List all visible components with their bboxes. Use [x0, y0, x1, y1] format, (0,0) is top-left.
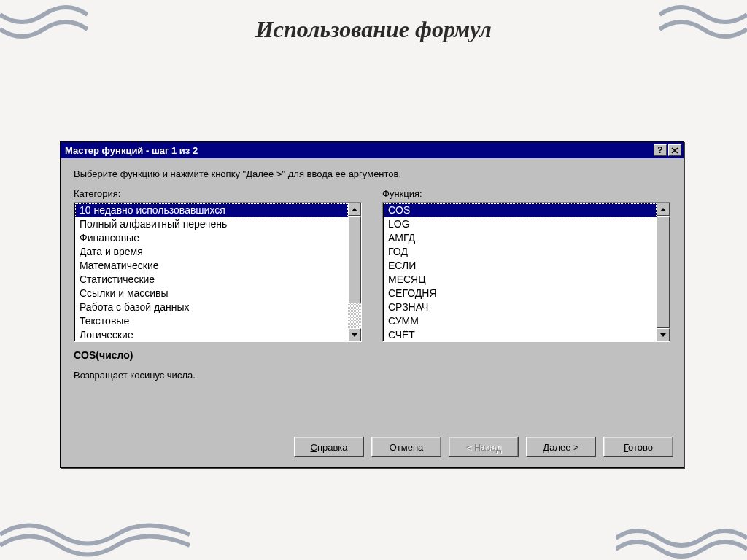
function-label: Функция: — [382, 188, 422, 199]
function-item[interactable]: СУММ — [384, 314, 657, 328]
function-item[interactable]: ГОД — [384, 245, 657, 259]
next-button[interactable]: Далее > — [526, 437, 596, 457]
scroll-down-button[interactable] — [348, 328, 361, 341]
finish-button[interactable]: Готово — [603, 437, 673, 457]
arrow-down-icon — [660, 333, 666, 337]
category-item[interactable]: Математические — [75, 259, 348, 273]
function-item[interactable]: ЕСЛИ — [384, 259, 657, 273]
scroll-thumb[interactable] — [348, 216, 361, 303]
function-item[interactable]: АМГД — [384, 231, 657, 245]
scroll-down-button[interactable] — [657, 328, 670, 341]
close-icon — [671, 147, 678, 154]
instruction-text: Выберите функцию и нажмите кнопку "Далее… — [74, 168, 670, 179]
help-titlebar-button[interactable]: ? — [654, 144, 667, 156]
function-item[interactable]: МЕСЯЦ — [384, 273, 657, 287]
dialog-button-row: Справка Отмена < Назад Далее > Готово — [294, 437, 673, 457]
function-item[interactable]: LOG — [384, 217, 657, 231]
help-button[interactable]: Справка — [294, 437, 364, 457]
function-scrollbar[interactable] — [657, 203, 670, 341]
category-item[interactable]: Статистические — [75, 273, 348, 287]
function-item[interactable]: СРЗНАЧ — [384, 300, 657, 314]
category-item[interactable]: Логические — [75, 328, 348, 341]
decoration-bottom-right — [616, 516, 747, 560]
scroll-thumb[interactable] — [657, 216, 670, 328]
cancel-button[interactable]: Отмена — [371, 437, 441, 457]
close-titlebar-button[interactable] — [668, 144, 681, 156]
category-item[interactable]: Текстовые — [75, 314, 348, 328]
scroll-track[interactable] — [657, 216, 670, 328]
help-button-label: Справка — [311, 442, 348, 453]
arrow-down-icon — [352, 333, 357, 337]
category-label: Категория: — [74, 188, 120, 199]
arrow-up-icon — [660, 208, 666, 211]
function-item[interactable]: COS — [384, 203, 657, 217]
decoration-bottom-left — [0, 509, 190, 560]
function-syntax: COS(число) — [74, 349, 670, 361]
scroll-up-button[interactable] — [657, 203, 670, 216]
page-title: Использование формул — [0, 16, 747, 43]
finish-button-label: Готово — [624, 442, 653, 453]
titlebar[interactable]: Мастер функций - шаг 1 из 2 ? — [61, 142, 684, 158]
function-item[interactable]: СЕГОДНЯ — [384, 287, 657, 300]
category-item[interactable]: Дата и время — [75, 245, 348, 259]
arrow-up-icon — [352, 208, 357, 211]
category-item[interactable]: Полный алфавитный перечень — [75, 217, 348, 231]
category-item[interactable]: Работа с базой данных — [75, 300, 348, 314]
function-wizard-dialog: Мастер функций - шаг 1 из 2 ? Выберите ф… — [60, 141, 684, 468]
scroll-up-button[interactable] — [348, 203, 361, 216]
back-button: < Назад — [449, 437, 519, 457]
function-description: Возвращает косинус числа. — [74, 370, 670, 381]
scroll-track[interactable] — [348, 216, 361, 328]
category-listbox[interactable]: 10 недавно использовавшихсяПолный алфави… — [74, 202, 362, 342]
category-item[interactable]: 10 недавно использовавшихся — [75, 203, 348, 217]
dialog-title: Мастер функций - шаг 1 из 2 — [65, 145, 652, 156]
category-item[interactable]: Финансовые — [75, 231, 348, 245]
function-listbox[interactable]: COSLOGАМГДГОДЕСЛИМЕСЯЦСЕГОДНЯСРЗНАЧСУММС… — [382, 202, 670, 342]
next-button-label: Далее > — [543, 442, 578, 453]
category-item[interactable]: Ссылки и массивы — [75, 287, 348, 300]
function-item[interactable]: СЧЁТ — [384, 328, 657, 341]
category-scrollbar[interactable] — [348, 203, 361, 341]
